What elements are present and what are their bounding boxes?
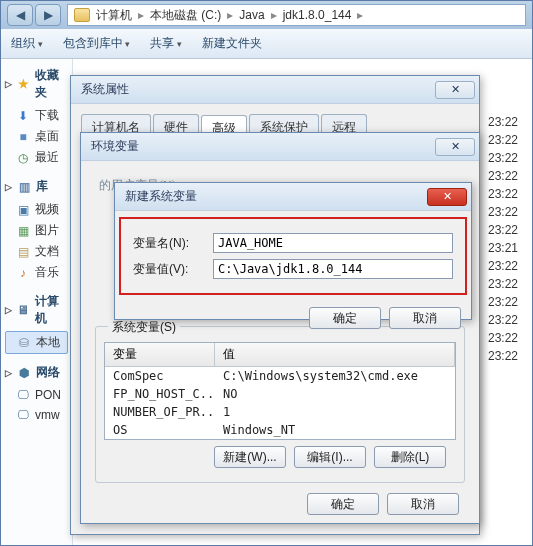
cancel-button[interactable]: 取消 (389, 307, 461, 329)
close-button[interactable]: ✕ (427, 188, 467, 206)
file-time: 23:22 (484, 275, 522, 293)
var-value-input[interactable] (213, 259, 453, 279)
folder-icon (74, 8, 90, 22)
tb-include[interactable]: 包含到库中 (63, 35, 131, 52)
back-button[interactable]: ◀ (7, 4, 33, 26)
sb-recent[interactable]: 最近 (35, 149, 59, 166)
crumb-jdk[interactable]: jdk1.8.0_144 (283, 8, 352, 22)
address-bar[interactable]: 计算机▸ 本地磁盘 (C:)▸ Java▸ jdk1.8.0_144▸ (67, 4, 526, 26)
var-row: FP_NO_HOST_C...NO (105, 385, 455, 403)
file-time: 23:22 (484, 329, 522, 347)
sb-library[interactable]: 库 (36, 178, 48, 195)
new-button[interactable]: 新建(W)... (214, 446, 286, 468)
sb-desktop[interactable]: 桌面 (35, 128, 59, 145)
toolbar: 组织 包含到库中 共享 新建文件夹 (1, 29, 532, 59)
forward-button[interactable]: ▶ (35, 4, 61, 26)
edit-button[interactable]: 编辑(I)... (294, 446, 366, 468)
network-icon: ⬢ (16, 365, 32, 381)
sb-documents[interactable]: 文档 (35, 243, 59, 260)
music-icon: ♪ (15, 265, 31, 281)
file-time: 23:21 (484, 239, 522, 257)
file-time: 23:22 (484, 203, 522, 221)
titlebar: ◀ ▶ 计算机▸ 本地磁盘 (C:)▸ Java▸ jdk1.8.0_144▸ (1, 1, 532, 29)
var-name-input[interactable] (213, 233, 453, 253)
col-variable[interactable]: 变量 (105, 343, 215, 366)
system-vars-list[interactable]: 变量 值 ComSpecC:\Windows\system32\cmd.exe … (104, 342, 456, 440)
sb-downloads[interactable]: 下载 (35, 107, 59, 124)
monitor-icon: 🖵 (15, 387, 31, 403)
tb-share[interactable]: 共享 (150, 35, 182, 52)
sb-favorites[interactable]: 收藏夹 (35, 67, 68, 101)
var-row: ComSpecC:\Windows\system32\cmd.exe (105, 367, 455, 385)
var-name-label: 变量名(N): (133, 235, 213, 252)
sb-pon[interactable]: PON (35, 388, 61, 402)
sb-video[interactable]: 视频 (35, 201, 59, 218)
file-time: 23:22 (484, 185, 522, 203)
file-time: 23:22 (484, 221, 522, 239)
envdlg-title: 环境变量 (91, 138, 139, 155)
sb-computer[interactable]: 计算机 (35, 293, 68, 327)
disk-icon: ⛁ (16, 335, 32, 351)
new-system-variable-dialog: 新建系统变量 ✕ 变量名(N): 变量值(V): 确定 取消 (114, 182, 472, 320)
tb-newfolder[interactable]: 新建文件夹 (202, 35, 262, 52)
document-icon: ▤ (15, 244, 31, 260)
monitor-icon: 🖵 (15, 407, 31, 423)
file-time: 23:22 (484, 131, 522, 149)
col-value[interactable]: 值 (215, 343, 455, 366)
desktop-icon: ■ (15, 129, 31, 145)
sb-pictures[interactable]: 图片 (35, 222, 59, 239)
star-icon: ★ (16, 76, 31, 92)
sb-localdisk[interactable]: 本地 (36, 334, 60, 351)
library-icon: ▥ (16, 179, 32, 195)
video-icon: ▣ (15, 202, 31, 218)
file-time: 23:22 (484, 347, 522, 365)
sidebar: ▷★收藏夹 ⬇下载 ■桌面 ◷最近 ▷▥库 ▣视频 ▦图片 ▤文档 ♪音乐 ▷🖥… (1, 59, 73, 545)
ok-button[interactable]: 确定 (307, 493, 379, 515)
close-button[interactable]: ✕ (435, 138, 475, 156)
crumb-computer[interactable]: 计算机 (96, 7, 132, 24)
file-time: 23:22 (484, 167, 522, 185)
delete-button[interactable]: 删除(L) (374, 446, 446, 468)
ok-button[interactable]: 确定 (309, 307, 381, 329)
file-time: 23:22 (484, 257, 522, 275)
crumb-disk[interactable]: 本地磁盘 (C:) (150, 7, 221, 24)
file-time: 23:22 (484, 149, 522, 167)
file-time: 23:22 (484, 293, 522, 311)
highlight-box: 变量名(N): 变量值(V): (119, 217, 467, 295)
cancel-button[interactable]: 取消 (387, 493, 459, 515)
computer-icon: 🖥 (16, 302, 31, 318)
file-time: 23:22 (484, 113, 522, 131)
var-row: NUMBER_OF_PR...1 (105, 403, 455, 421)
sb-music[interactable]: 音乐 (35, 264, 59, 281)
crumb-java[interactable]: Java (239, 8, 264, 22)
tb-organize[interactable]: 组织 (11, 35, 43, 52)
download-icon: ⬇ (15, 108, 31, 124)
recent-icon: ◷ (15, 150, 31, 166)
newvar-title: 新建系统变量 (125, 188, 197, 205)
sysprops-title: 系统属性 (81, 81, 129, 98)
system-vars-group: 系统变量(S) 变量 值 ComSpecC:\Windows\system32\… (95, 326, 465, 483)
var-row: OSWindows_NT (105, 421, 455, 439)
var-value-label: 变量值(V): (133, 261, 213, 278)
close-button[interactable]: ✕ (435, 81, 475, 99)
sb-network[interactable]: 网络 (36, 364, 60, 381)
picture-icon: ▦ (15, 223, 31, 239)
sb-vmw[interactable]: vmw (35, 408, 60, 422)
file-time: 23:22 (484, 311, 522, 329)
